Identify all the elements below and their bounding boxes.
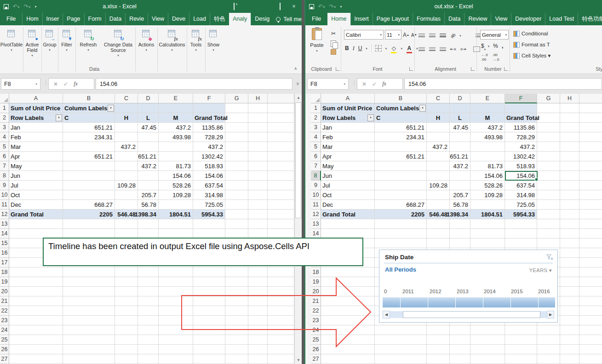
cell[interactable]	[450, 103, 470, 113]
timeline-period-segment[interactable]	[483, 297, 510, 307]
cell[interactable]	[63, 161, 115, 171]
cell[interactable]	[560, 325, 579, 335]
align-right-icon[interactable]	[440, 47, 446, 51]
scrollbar-thumb[interactable]	[295, 102, 301, 218]
column-header-G[interactable]: G	[537, 94, 560, 103]
cancel-icon[interactable]: ✕	[362, 81, 367, 87]
cell[interactable]: 668.27	[375, 200, 427, 210]
cell[interactable]: 154.06	[193, 171, 225, 181]
cell[interactable]	[63, 354, 115, 364]
row-header-19[interactable]: 19	[0, 277, 9, 287]
align-top-icon[interactable]	[419, 34, 425, 38]
row-header-7[interactable]: 7	[0, 161, 9, 171]
row-header-9[interactable]: 9	[0, 181, 9, 190]
cell[interactable]	[63, 345, 115, 354]
row-header-21[interactable]: 21	[0, 296, 9, 306]
undo-icon[interactable]: ↶˅	[13, 3, 20, 10]
accounting-format-icon[interactable]: $	[481, 43, 484, 49]
cell[interactable]	[138, 306, 159, 316]
cell[interactable]	[579, 181, 602, 190]
cell[interactable]	[450, 171, 470, 181]
row-header-17[interactable]: 17	[0, 258, 9, 267]
paste-button[interactable]: Paste ▾	[308, 28, 326, 62]
cell[interactable]: Apr	[321, 152, 375, 161]
cell[interactable]: 1398.34	[138, 210, 159, 219]
row-header-3[interactable]: 3	[0, 123, 9, 132]
cell[interactable]	[138, 277, 159, 287]
cell[interactable]: H	[427, 113, 450, 123]
cell[interactable]: 437.2	[115, 142, 138, 152]
cell[interactable]: 205.7	[138, 190, 159, 200]
cell[interactable]	[63, 325, 115, 335]
row-header-5[interactable]: 5	[0, 142, 9, 152]
cell[interactable]	[560, 142, 579, 152]
ribbon-tab-file[interactable]: File	[305, 13, 327, 25]
cell[interactable]	[560, 267, 579, 277]
tell-me[interactable]: Tell me	[283, 16, 302, 23]
cell[interactable]	[225, 142, 248, 152]
cell[interactable]: 651.21	[138, 152, 159, 161]
cell[interactable]	[505, 103, 537, 113]
cell[interactable]: 109.28	[115, 181, 138, 190]
ribbon-button-tools[interactable]: fxTools▾	[187, 26, 205, 64]
ribbon-button-change-data-source[interactable]: ↻Change Data Source▾	[101, 26, 135, 64]
cell[interactable]	[375, 354, 427, 364]
cell[interactable]: 518.93	[505, 161, 537, 171]
cell[interactable]	[470, 219, 505, 229]
cell[interactable]	[470, 229, 505, 239]
cell[interactable]	[138, 296, 159, 306]
cell[interactable]	[9, 335, 63, 345]
row-header-1[interactable]: 1	[311, 103, 321, 113]
cell[interactable]	[579, 306, 602, 316]
column-header-A[interactable]: A	[9, 94, 63, 103]
row-header-4[interactable]: 4	[311, 132, 321, 142]
timeline-bar[interactable]	[383, 297, 555, 307]
cell[interactable]: Grand Total	[9, 210, 63, 219]
row-header-13[interactable]: 13	[0, 219, 9, 229]
row-header-4[interactable]: 4	[0, 132, 9, 142]
cell[interactable]	[560, 287, 579, 296]
cell[interactable]	[9, 267, 63, 277]
row-header-6[interactable]: 6	[311, 152, 321, 161]
cell[interactable]	[505, 354, 537, 364]
cell[interactable]	[115, 335, 138, 345]
cell[interactable]	[537, 103, 560, 113]
cell[interactable]	[579, 287, 602, 296]
row-header-8[interactable]: 8	[0, 171, 9, 181]
cell[interactable]	[450, 239, 470, 248]
cell[interactable]: May	[321, 161, 375, 171]
column-header-H[interactable]: H	[560, 94, 579, 103]
cell[interactable]	[268, 181, 294, 190]
column-header-F[interactable]: F	[505, 94, 537, 103]
ribbon-tab-特色[interactable]: 特色	[210, 13, 229, 25]
cell[interactable]	[427, 161, 450, 171]
cell[interactable]	[579, 316, 602, 325]
timeline-slicer[interactable]: Ship Date All Periods YEARS ▾ 0201120122…	[379, 250, 558, 323]
cell[interactable]	[63, 171, 115, 181]
cell[interactable]: Oct	[321, 190, 375, 200]
name-box[interactable]: F8▾	[307, 78, 349, 90]
cell[interactable]	[225, 181, 248, 190]
cell[interactable]	[427, 200, 450, 210]
cell[interactable]: 1804.51	[159, 210, 193, 219]
cell[interactable]	[579, 229, 602, 239]
cell[interactable]	[450, 345, 470, 354]
ribbon-tab-desig[interactable]: Desig	[251, 13, 273, 25]
ribbon-button-filter[interactable]: ▼Filter▾	[58, 26, 75, 64]
cell[interactable]	[537, 219, 560, 229]
row-header-16[interactable]: 16	[0, 248, 9, 258]
cell[interactable]: 5954.33	[193, 210, 225, 219]
cell[interactable]: May	[9, 161, 63, 171]
pivot-filter-dropdown-icon[interactable]: ▾	[56, 114, 62, 121]
percent-style-icon[interactable]: %	[493, 43, 498, 49]
timeline-scroll-track[interactable]	[390, 311, 547, 318]
cell[interactable]	[427, 123, 450, 132]
cell[interactable]	[115, 103, 138, 113]
ribbon-tab-page-layout[interactable]: Page Layout	[373, 13, 413, 25]
align-middle-icon[interactable]	[429, 34, 436, 38]
ribbon-button-refresh[interactable]: ↻Refresh▾	[75, 26, 101, 64]
cell[interactable]	[138, 171, 159, 181]
cell[interactable]	[115, 161, 138, 171]
number-launcher-icon[interactable]	[504, 67, 508, 71]
cell[interactable]	[579, 354, 602, 364]
